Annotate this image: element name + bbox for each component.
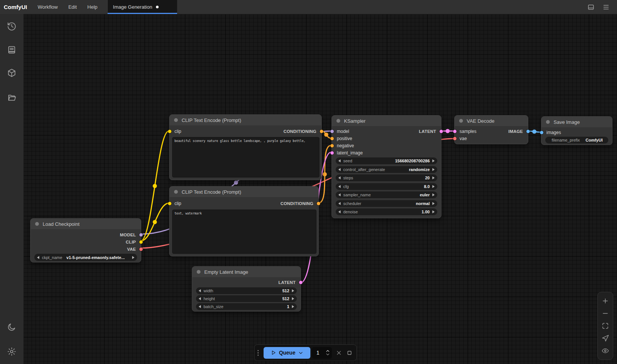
fit-view-icon[interactable] <box>601 322 609 330</box>
workflows-folder-icon[interactable] <box>7 93 17 102</box>
output-slot-latent[interactable] <box>299 281 302 284</box>
input-slot-clip[interactable] <box>168 130 171 133</box>
node-load-checkpoint[interactable]: Load Checkpoint MODEL CLIP VAE ckpt_name… <box>30 218 141 262</box>
queue-list-icon[interactable] <box>7 45 17 55</box>
widget-prev-arrow[interactable] <box>199 297 201 300</box>
input-slot-clip[interactable] <box>168 202 171 205</box>
node-clip-text-encode-positive[interactable]: CLIP Text Encode (Prompt) clip CONDITION… <box>169 114 322 180</box>
widget-prev-arrow[interactable] <box>37 256 39 259</box>
ckpt-name-widget[interactable]: ckpt_name v1-5-pruned-emaonly.safete... <box>34 254 137 261</box>
node-ksampler[interactable]: KSampler model LATENT positive negative … <box>332 115 441 218</box>
input-slot-vae[interactable] <box>453 137 457 140</box>
widget-prev-arrow[interactable] <box>199 289 201 292</box>
select-mode-icon[interactable] <box>601 334 609 342</box>
widget-prev-arrow[interactable] <box>338 176 341 179</box>
collapse-dot[interactable] <box>197 270 201 274</box>
zoom-out-icon[interactable] <box>601 309 609 318</box>
clear-queue-icon[interactable] <box>336 349 342 356</box>
input-slot-samples[interactable] <box>453 130 457 133</box>
input-slot-latent-image[interactable] <box>330 151 334 154</box>
prompt-textarea[interactable]: beautiful scenery nature glass bottle la… <box>172 137 319 177</box>
scheduler-widget[interactable]: scheduler normal <box>336 200 437 207</box>
widget-next-arrow[interactable] <box>432 202 435 205</box>
widget-next-arrow[interactable] <box>432 185 435 188</box>
node-empty-latent-image[interactable]: Empty Latent Image LATENT width 512 heig… <box>192 266 301 312</box>
widget-next-arrow[interactable] <box>432 159 435 162</box>
widget-next-arrow[interactable] <box>432 210 435 213</box>
seed-widget[interactable]: seed 156680208700286 <box>336 157 437 164</box>
widget-prev-arrow[interactable] <box>338 193 341 196</box>
widget-next-arrow[interactable] <box>132 256 134 259</box>
settings-gear-icon[interactable] <box>7 347 17 356</box>
input-slot-negative[interactable] <box>330 144 334 147</box>
collapse-dot[interactable] <box>546 120 550 124</box>
output-slot-conditioning[interactable] <box>320 130 323 133</box>
input-slot-images[interactable] <box>540 131 543 134</box>
widget-next-arrow[interactable] <box>432 176 435 179</box>
menu-edit[interactable]: Edit <box>63 0 82 14</box>
app-logo[interactable]: ComfyUI <box>0 0 32 14</box>
output-slot-model[interactable] <box>139 233 143 236</box>
collapse-dot[interactable] <box>336 119 340 123</box>
collapse-dot[interactable] <box>174 118 178 122</box>
node-title-bar[interactable]: CLIP Text Encode (Prompt) <box>170 115 321 125</box>
node-title-bar[interactable]: KSampler <box>332 116 441 126</box>
widget-next-arrow[interactable] <box>292 289 294 292</box>
prompt-textarea[interactable]: text, watermark <box>172 210 316 254</box>
output-slot-conditioning[interactable] <box>317 202 320 205</box>
sampler-name-widget[interactable]: sampler_name euler <box>336 191 437 198</box>
drag-handle[interactable] <box>257 350 260 356</box>
node-vae-decode[interactable]: VAE Decode samples IMAGE vae <box>454 115 528 144</box>
stop-icon[interactable] <box>346 349 353 356</box>
toggle-link-visibility-icon[interactable] <box>601 347 609 355</box>
output-slot-vae[interactable] <box>139 247 143 251</box>
output-slot-latent[interactable] <box>440 130 443 133</box>
height-widget[interactable]: height 512 <box>196 295 297 302</box>
node-title-bar[interactable]: VAE Decode <box>455 116 528 126</box>
batch-count-input[interactable]: 1 <box>312 347 332 359</box>
input-slot-positive[interactable] <box>330 137 334 140</box>
menu-workflow[interactable]: Workflow <box>32 0 63 14</box>
menu-help[interactable]: Help <box>82 0 103 14</box>
batch-size-widget[interactable]: batch_size 1 <box>196 303 297 310</box>
node-title-bar[interactable]: Empty Latent Image <box>192 267 301 277</box>
model-library-icon[interactable] <box>7 68 17 78</box>
widget-next-arrow[interactable] <box>432 168 435 171</box>
cfg-widget[interactable]: cfg 8.0 <box>336 183 437 190</box>
node-clip-text-encode-negative[interactable]: CLIP Text Encode (Prompt) clip CONDITION… <box>169 186 319 256</box>
width-widget[interactable]: width 512 <box>196 287 297 294</box>
theme-moon-icon[interactable] <box>7 322 17 332</box>
widget-prev-arrow[interactable] <box>199 305 201 308</box>
denoise-widget[interactable]: denoise 1.00 <box>336 208 437 215</box>
widget-next-arrow[interactable] <box>292 297 294 300</box>
bottom-panel-icon[interactable] <box>587 3 595 11</box>
collapse-dot[interactable] <box>174 190 178 194</box>
stepper-up-icon[interactable] <box>326 350 330 352</box>
input-slot-model[interactable] <box>330 130 334 133</box>
widget-prev-arrow[interactable] <box>338 202 341 205</box>
output-slot-clip[interactable] <box>139 240 143 244</box>
node-title-bar[interactable]: Save Image <box>541 117 612 127</box>
node-title-bar[interactable]: CLIP Text Encode (Prompt) <box>170 187 318 197</box>
widget-next-arrow[interactable] <box>432 193 435 196</box>
queue-button[interactable]: Queue <box>264 347 310 359</box>
node-title-bar[interactable]: Load Checkpoint <box>31 219 141 229</box>
node-save-image[interactable]: Save Image images filename_prefix ComfyU… <box>541 116 612 145</box>
control-after-generate-widget[interactable]: control_after_generate randomize <box>336 166 437 173</box>
filename-prefix-widget[interactable]: filename_prefix ComfyUI <box>545 137 608 143</box>
tab-image-generation[interactable]: Image Generation <box>107 0 177 14</box>
output-slot-image[interactable] <box>526 130 530 133</box>
zoom-in-icon[interactable] <box>601 297 609 305</box>
stepper-down-icon[interactable] <box>326 353 330 356</box>
widget-prev-arrow[interactable] <box>338 185 341 188</box>
widget-prev-arrow[interactable] <box>338 168 341 171</box>
widget-prev-arrow[interactable] <box>338 159 341 162</box>
collapse-dot[interactable] <box>35 222 39 226</box>
history-icon[interactable] <box>7 22 17 31</box>
hamburger-menu-icon[interactable] <box>602 3 610 11</box>
steps-widget[interactable]: steps 20 <box>336 174 437 181</box>
node-canvas[interactable] <box>23 14 617 364</box>
collapse-dot[interactable] <box>459 119 463 123</box>
widget-next-arrow[interactable] <box>292 305 294 308</box>
widget-prev-arrow[interactable] <box>338 210 341 213</box>
